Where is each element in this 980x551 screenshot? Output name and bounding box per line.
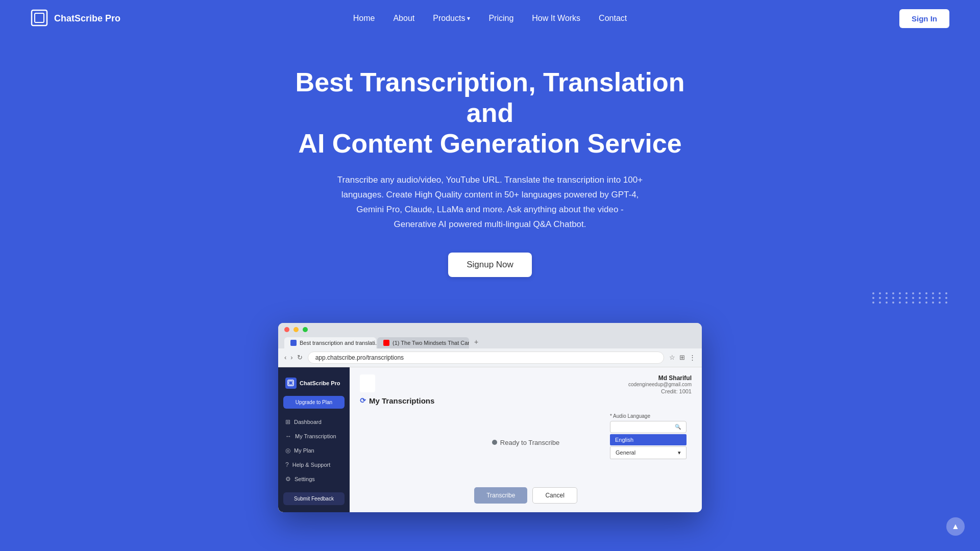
search-icon: 🔍 xyxy=(675,424,681,430)
sidebar-logo-text: ChatScribe Pro xyxy=(300,380,340,386)
forward-arrow-icon[interactable]: › xyxy=(290,354,292,361)
sidebar-item-help-support[interactable]: ? Help & Support xyxy=(278,458,350,472)
dots-decoration: for(let i=0;i<36;i++) document.write('<d… xyxy=(0,297,980,313)
logo[interactable]: ChatScribe Pro xyxy=(31,9,120,28)
scroll-up-button[interactable]: ▲ xyxy=(946,517,965,536)
nav-contact[interactable]: Contact xyxy=(599,14,627,22)
action-buttons: Transcribe Cancel xyxy=(474,487,577,504)
app-main-content: ☰ ⟳ My Transcriptions Md Shariful codeng… xyxy=(350,367,702,512)
browser-tab-active[interactable]: Best transcription and translati... ✕ xyxy=(284,337,376,348)
plan-icon: ◎ xyxy=(285,447,290,454)
transcription-icon: ↔ xyxy=(285,433,291,440)
browser-window: Best transcription and translati... ✕ (1… xyxy=(278,323,702,512)
sidebar-item-settings[interactable]: ⚙ Settings xyxy=(278,472,350,486)
logo-text: ChatScribe Pro xyxy=(54,13,120,24)
ready-dot-icon xyxy=(492,440,497,445)
refresh-icon[interactable]: ↻ xyxy=(297,354,303,361)
toggle-icon: ☰ xyxy=(364,379,371,388)
browser-chrome: Best transcription and translati... ✕ (1… xyxy=(278,323,702,348)
hero-section: Best Transcription, Translation and AI C… xyxy=(0,37,980,297)
new-tab-button[interactable]: + xyxy=(470,335,482,348)
address-bar[interactable]: app.chatscribe.pro/transcriptions xyxy=(308,352,664,364)
chevron-down-icon: ▾ xyxy=(467,15,470,22)
help-icon: ? xyxy=(285,461,289,468)
tab-favicon-2 xyxy=(383,340,389,346)
sign-in-button[interactable]: Sign In xyxy=(899,9,949,28)
svg-rect-1 xyxy=(35,13,44,22)
nav-arrows: ‹ › ↻ xyxy=(284,354,303,361)
sidebar-logo: ChatScribe Pro xyxy=(278,374,350,396)
upgrade-to-plan-button[interactable]: Upgrade to Plan xyxy=(283,396,345,409)
transcribe-ui: * Audio Language eng 1 🔍 English General… xyxy=(360,413,692,504)
nav-products[interactable]: Products ▾ xyxy=(433,14,470,23)
browser-actions: ☆ ⊞ ⋮ xyxy=(669,354,696,361)
language-search-input[interactable]: eng 1 🔍 xyxy=(610,421,687,433)
settings-icon: ⚙ xyxy=(285,475,291,483)
browser-controls xyxy=(284,327,696,332)
credit-info: Credit: 1001 xyxy=(628,388,692,394)
submit-feedback-button[interactable]: Submit Feedback xyxy=(283,492,345,505)
cancel-button[interactable]: Cancel xyxy=(532,487,577,504)
browser-addressbar: ‹ › ↻ app.chatscribe.pro/transcriptions … xyxy=(278,348,702,367)
nav-links: Home About Products ▾ Pricing How It Wor… xyxy=(353,14,627,23)
transcribe-button[interactable]: Transcribe xyxy=(474,487,527,504)
back-arrow-icon[interactable]: ‹ xyxy=(284,354,286,361)
user-name: Md Shariful xyxy=(628,374,692,382)
sidebar-item-my-transcription[interactable]: ↔ My Transcription xyxy=(278,429,350,443)
app-screenshot-container: Best transcription and translati... ✕ (1… xyxy=(0,323,980,512)
sidebar-item-dashboard[interactable]: ⊞ Dashboard xyxy=(278,415,350,429)
browser-close-dot xyxy=(284,327,289,332)
menu-icon[interactable]: ⋮ xyxy=(689,354,696,361)
hero-subtitle: Transcribe any audio/video, YouTube URL.… xyxy=(337,173,643,232)
sidebar-item-my-plan[interactable]: ◎ My Plan xyxy=(278,443,350,458)
navbar: ChatScribe Pro Home About Products ▾ Pri… xyxy=(0,0,980,37)
language-option-english[interactable]: English xyxy=(610,434,687,445)
browser-tabs: Best transcription and translati... ✕ (1… xyxy=(284,335,696,348)
dashboard-icon: ⊞ xyxy=(285,418,290,425)
app-page-title: ⟳ My Transcriptions xyxy=(360,396,434,405)
ready-badge: Ready to Transcribe xyxy=(492,439,559,446)
extension-icon[interactable]: ⊞ xyxy=(679,354,685,361)
nav-pricing[interactable]: Pricing xyxy=(488,14,513,22)
language-section: * Audio Language eng 1 🔍 English General… xyxy=(610,413,687,459)
user-email: codengineedup@gmail.com xyxy=(628,382,692,387)
language-option-general[interactable]: General ▾ xyxy=(610,446,687,459)
svg-rect-3 xyxy=(289,381,292,385)
browser-maximize-dot xyxy=(303,327,308,332)
browser-minimize-dot xyxy=(293,327,299,332)
tab-favicon-1 xyxy=(290,340,297,346)
signup-button[interactable]: Signup Now xyxy=(448,253,532,277)
nav-about[interactable]: About xyxy=(393,14,414,22)
sidebar-toggle-button[interactable]: ☰ xyxy=(360,374,375,392)
bookmark-icon[interactable]: ☆ xyxy=(669,354,675,361)
app-content: ChatScribe Pro Upgrade to Plan ⊞ Dashboa… xyxy=(278,367,702,512)
chevron-up-icon: ▲ xyxy=(951,522,960,531)
hero-title: Best Transcription, Translation and AI C… xyxy=(286,67,694,159)
browser-tab-2[interactable]: (1) The Two Mindsets That Can... ✕ xyxy=(377,337,469,348)
svg-rect-0 xyxy=(32,10,47,26)
nav-how-it-works[interactable]: How It Works xyxy=(532,14,580,22)
app-sidebar: ChatScribe Pro Upgrade to Plan ⊞ Dashboa… xyxy=(278,367,350,512)
nav-home[interactable]: Home xyxy=(353,14,375,22)
app-main-header: ☰ ⟳ My Transcriptions Md Shariful codeng… xyxy=(360,374,692,405)
user-info: Md Shariful codengineedup@gmail.com Cred… xyxy=(628,374,692,394)
chevron-down-icon: ▾ xyxy=(678,449,681,456)
page-title-icon: ⟳ xyxy=(360,396,366,405)
sidebar-logo-icon xyxy=(285,378,297,389)
audio-language-label: * Audio Language xyxy=(610,413,687,419)
